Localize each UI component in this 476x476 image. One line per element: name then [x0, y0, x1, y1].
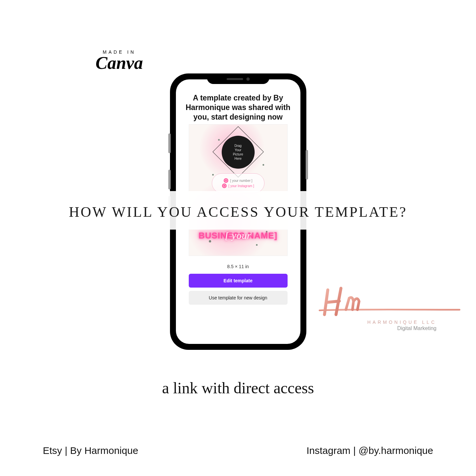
instagram-icon	[222, 183, 227, 188]
avatar-line: Picture	[233, 152, 243, 156]
speck-icon	[263, 164, 264, 166]
contact-pill: [ your number ] [ your Instagram ]	[212, 173, 265, 193]
business-name-script: [ your	[189, 230, 287, 241]
logo-company: HARMONIQUE LLC	[318, 320, 436, 325]
avatar-line: Your	[235, 148, 241, 152]
template-preview: Drag Your Picture Here [ your number ] […	[189, 124, 288, 256]
whatsapp-icon	[224, 178, 228, 183]
avatar-placeholder[interactable]: Drag Your Picture Here	[222, 136, 255, 169]
harmonique-logo: HARMONIQUE LLC Digital Marketing	[318, 287, 436, 331]
badge-brand: Canva	[96, 54, 143, 72]
edit-template-button[interactable]: Edit template	[189, 274, 288, 288]
business-name-placeholder: BUSINESS NAME] [ your	[189, 231, 287, 241]
avatar-line: Here	[235, 156, 242, 161]
logo-tagline: Digital Marketing	[318, 325, 436, 331]
phone-notch	[207, 74, 269, 84]
footer-socials: Etsy | By Harmonique Instagram | @by.har…	[0, 445, 476, 456]
contact-instagram-placeholder: [ your Instagram ]	[229, 184, 254, 188]
contact-number-placeholder: [ your number ]	[230, 179, 252, 182]
speck-icon	[212, 174, 214, 176]
use-template-button[interactable]: Use template for new design	[189, 291, 288, 305]
subheadline: a link with direct access	[0, 379, 476, 397]
footer-instagram: Instagram | @by.harmonique	[306, 445, 433, 456]
headline: HOW WILL YOU ACCESS YOUR TEMPLATE?	[0, 191, 476, 230]
made-in-canva-badge: MADE IN Canva	[96, 49, 143, 72]
avatar-line: Drag	[235, 144, 242, 148]
share-heading: A template created by By Harmonique was …	[176, 91, 300, 124]
template-dimensions: 8.5 × 11 in	[227, 264, 249, 269]
footer-etsy: Etsy | By Harmonique	[43, 445, 138, 456]
